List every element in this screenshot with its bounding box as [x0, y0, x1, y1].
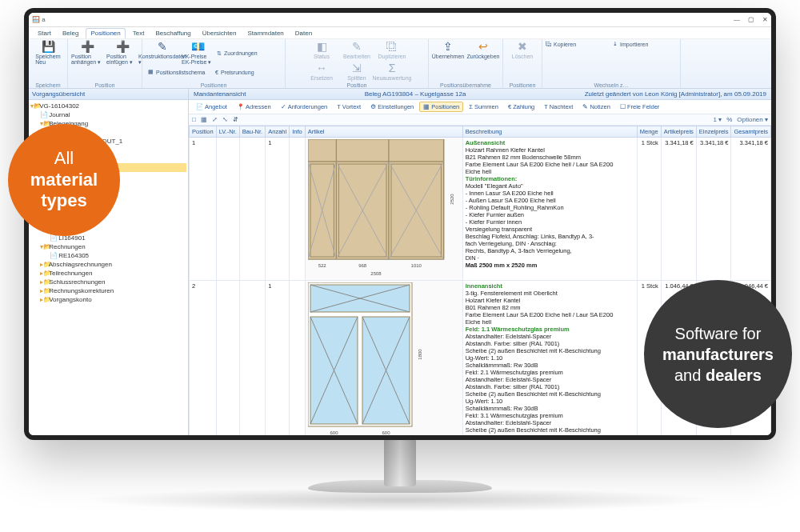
breadcrumb-mid: Beleg AG193804 – Kugelgasse 12a: [365, 90, 466, 98]
folder-icon: ▸📁: [40, 270, 47, 277]
tab-angebot[interactable]: 📄Angebot: [192, 102, 231, 112]
menu-start[interactable]: Start: [34, 29, 55, 38]
folder-icon: ▸📁: [40, 278, 47, 286]
svg-rect-6: [336, 139, 389, 162]
tab-positionen[interactable]: ▦Positionen: [419, 102, 463, 112]
tab-zahlung[interactable]: €Zahlung: [504, 102, 538, 112]
tab-freie-felder[interactable]: ☐Freie Felder: [616, 102, 663, 112]
tree-node-rechnungskorrekturen[interactable]: ▸📁 Rechnungskorrekturen: [30, 286, 186, 295]
breadcrumb-right: Zuletzt geändert von Leon König [Adminis…: [585, 90, 766, 98]
tab-summen[interactable]: ΣSummen: [465, 102, 502, 112]
app-icon: 🪟 a: [32, 16, 46, 23]
tree-node-schlussrechnungen[interactable]: ▸📁 Schlussrechnungen: [30, 278, 186, 286]
tree-node-vg-16104302[interactable]: ▾📂 VG-16104302: [30, 102, 186, 110]
ribbon--bernehmen[interactable]: ⇪Übernehmen: [432, 41, 464, 59]
col-anzahl[interactable]: Anzahl: [266, 126, 290, 138]
svg-text:522: 522: [318, 263, 326, 268]
ribbon-zuordnungen[interactable]: ⇅Zuordnungen: [217, 41, 281, 66]
badge-software-for: Software for manufacturers and dealers: [644, 280, 792, 428]
grid-toolbar: □▦⤢⤡⇵ 1 ▾ % Optionen ▾: [189, 114, 771, 126]
tree-node-rechnungen[interactable]: ▾📂 Rechnungen: [30, 242, 186, 251]
col-gesamtpreis[interactable]: Gesamtpreis: [731, 126, 771, 138]
tree-node-abschlagsrechnungen[interactable]: ▸📁 Abschlagsrechnungen: [30, 260, 186, 269]
ribbon-l-schen[interactable]: ✖Löschen: [506, 41, 538, 59]
col-beschreibung[interactable]: Beschreibung: [462, 126, 637, 138]
ribbon-position-einf-gen-[interactable]: ➕Position einfügen ▾: [106, 41, 138, 66]
svg-text:968: 968: [358, 263, 367, 268]
options-select[interactable]: Optionen ▾: [737, 116, 768, 123]
col-einzelpreis[interactable]: Einzelpreis: [696, 126, 731, 138]
ribbon-splitten[interactable]: ⇲Splitten: [341, 62, 373, 81]
breadcrumb: Mandantenansicht Beleg AG193804 – Kugelg…: [189, 89, 771, 100]
ribbon-bearbeiten[interactable]: ✎Bearbeiten: [341, 41, 373, 59]
ribbon-duplizieren[interactable]: ⿻Duplizieren: [376, 41, 408, 59]
svg-text:1010: 1010: [410, 263, 422, 268]
grid-tool-0[interactable]: □: [192, 116, 196, 123]
tab-adressen[interactable]: 📍Adressen: [233, 102, 275, 112]
ribbon-konstruktionsdaten-[interactable]: ✎Konstruktionsdaten ▾: [146, 41, 178, 66]
col-artikelpreis[interactable]: Artikelpreis: [661, 126, 696, 138]
menu-beleg[interactable]: Beleg: [58, 29, 82, 38]
tree-node-re164305[interactable]: 📄 RE164305: [30, 251, 186, 260]
ribbon-ersetzen[interactable]: ↔Ersetzen: [306, 62, 338, 81]
percent-label: %: [726, 116, 732, 123]
close-button[interactable]: ✕: [762, 16, 768, 23]
tab-nachtext[interactable]: TNachtext: [540, 102, 577, 112]
ribbon: 💾SpeichernNeuSpeichern➕Position anhängen…: [29, 39, 771, 89]
ribbon-vk-preise-ek-preise-[interactable]: 💶VK-Preise EK-Preise ▾: [182, 41, 214, 66]
window-titlebar: 🪟 a — ▢ ✕: [29, 13, 771, 27]
folder-icon: ▸📁: [40, 261, 47, 268]
menu-beschaffung[interactable]: Beschaffung: [151, 29, 194, 38]
badge-material-types: All material types: [8, 124, 120, 236]
col-info[interactable]: Info: [290, 126, 306, 138]
grid-tool-4[interactable]: ⇵: [233, 116, 238, 123]
maximize-button[interactable]: ▢: [748, 16, 754, 23]
svg-text:2508: 2508: [370, 271, 382, 276]
grid-tool-3[interactable]: ⤡: [222, 116, 228, 123]
article-drawing: 522968101025082520: [308, 139, 460, 278]
ribbon-zur-ckgeben[interactable]: ↩Zurückgeben: [467, 41, 499, 59]
document-icon: 📄: [50, 252, 57, 259]
folder-icon: ▸📁: [40, 296, 47, 303]
menu-text[interactable]: Text: [129, 29, 149, 38]
folder-icon: ▾📂: [30, 102, 38, 110]
grid-tool-1[interactable]: ▦: [201, 116, 207, 123]
svg-text:1800: 1800: [418, 349, 422, 360]
tab-notizen[interactable]: ✎Notizen: [578, 102, 614, 112]
document-icon: 📄: [40, 111, 47, 118]
tab-einstellungen[interactable]: ⚙Einstellungen: [366, 102, 418, 112]
breadcrumb-left: Mandantenansicht: [194, 90, 246, 98]
menu-positionen[interactable]: Positionen: [86, 28, 125, 38]
col-position[interactable]: Position: [190, 126, 217, 138]
table-row[interactable]: 11522968101025082520AußenansichtHolzart …: [190, 138, 771, 281]
menu-übersichten[interactable]: Übersichten: [198, 29, 241, 38]
zoom-select[interactable]: 1 ▾: [714, 116, 722, 123]
ribbon-kopieren[interactable]: ⿻Kopieren: [546, 41, 610, 47]
svg-rect-11: [389, 139, 443, 162]
ribbon-positionslistschema[interactable]: ▦Positionslistschema: [148, 69, 212, 75]
col-menge[interactable]: Menge: [637, 126, 661, 138]
menu-daten[interactable]: Daten: [291, 29, 316, 38]
tree-node-vorgangskonto[interactable]: ▸📁 Vorgangskonto: [30, 295, 186, 304]
menu-bar: StartBelegPositionenTextBeschaffungÜbers…: [29, 27, 771, 39]
minimize-button[interactable]: —: [734, 16, 740, 23]
svg-rect-1: [308, 139, 336, 162]
ribbon-neuauswertung[interactable]: ΣNeuauswertung: [376, 62, 408, 81]
col-lv-nr-[interactable]: LV.-Nr.: [216, 126, 239, 138]
ribbon-status[interactable]: ◧Status: [306, 41, 338, 59]
grid-tool-2[interactable]: ⤢: [212, 116, 218, 123]
tree-node-journal[interactable]: 📄 Journal: [30, 110, 186, 119]
ribbon-importieren[interactable]: ⤓Importieren: [613, 41, 677, 47]
col-artikel[interactable]: Artikel: [305, 126, 462, 138]
tab-anforderungen[interactable]: ✓Anforderungen: [277, 102, 332, 112]
ribbon-position-anh-ngen-[interactable]: ➕Position anhängen ▾: [71, 41, 103, 66]
svg-text:2520: 2520: [450, 194, 454, 205]
svg-text:600: 600: [382, 430, 390, 435]
menu-stammdaten[interactable]: Stammdaten: [243, 29, 287, 38]
col-bau-nr-[interactable]: Bau-Nr.: [239, 126, 265, 138]
tab-vortext[interactable]: TVortext: [333, 102, 365, 112]
tree-title: Vorgangsübersicht: [29, 89, 188, 100]
ribbon-preisrundung[interactable]: €Preisrundung: [215, 69, 279, 75]
tree-node-teilrechnungen[interactable]: ▸📁 Teilrechnungen: [30, 269, 186, 278]
ribbon-speichern-neu[interactable]: 💾SpeichernNeu: [32, 41, 64, 65]
